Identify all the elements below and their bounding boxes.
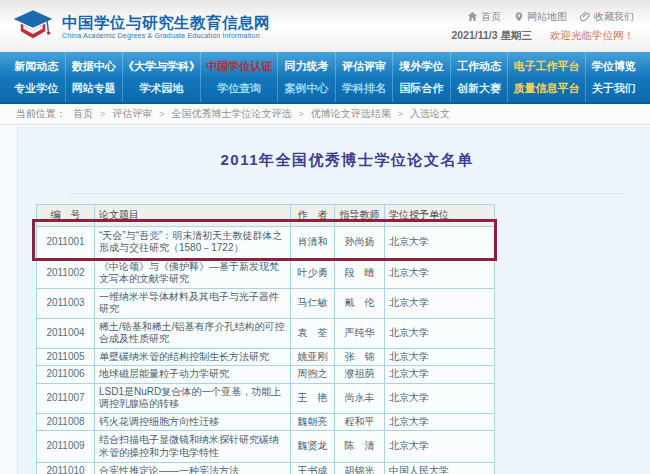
cell-title: 《中论颂》与《佛护释》—基于新发现梵文写本的文献学研究 — [95, 258, 291, 288]
col-header-advisor: 指导教师 — [335, 205, 385, 227]
breadcrumb: 当前位置： 首页 > 评估评审 > 全国优秀博士学位论文评选 > 优博论文评选结… — [0, 104, 650, 125]
cell-institution: 北京大学 — [385, 431, 495, 463]
cell-id: 2011002 — [37, 258, 95, 288]
cell-advisor: 孙尚扬 — [335, 226, 385, 258]
site-title: 中国学位与研究生教育信息网 — [62, 14, 270, 32]
breadcrumb-separator: > — [299, 109, 304, 119]
cell-title: 合宪性推定论——一种宪法方法 — [95, 463, 291, 474]
cell-author: 王 艳 — [291, 383, 335, 413]
top-link-label: 网站地图 — [527, 10, 567, 24]
cell-institution: 中国人民大学 — [385, 463, 495, 474]
graduation-cap-icon — [12, 8, 54, 44]
top-link-label: 收藏我们 — [594, 10, 634, 24]
nav-item-news[interactable]: 新闻动态 — [14, 59, 58, 74]
cell-author: 姚亚刚 — [291, 348, 335, 366]
nav-item-tongli-exam[interactable]: 同力统考 — [285, 59, 329, 74]
nav-group-overseas: 境外学位 国际合作 — [393, 52, 451, 102]
nav-item-data-center[interactable]: 数据中心 — [72, 59, 116, 74]
nav-item-degree-expo[interactable]: 学位博览 — [592, 59, 636, 74]
nav-item-about-us[interactable]: 关于我们 — [592, 81, 636, 96]
breadcrumb-outstanding-phd-thesis-selection[interactable]: 全国优秀博士学位论文评选 — [172, 107, 292, 121]
breadcrumb-separator: > — [100, 109, 105, 119]
cell-title: 单壁碳纳米管的结构控制生长方法研究 — [95, 348, 291, 366]
nav-item-evaluation-review[interactable]: 评估评审 — [342, 59, 386, 74]
cell-author: 魏贤龙 — [291, 431, 335, 463]
cell-advisor: 戴 伦 — [335, 288, 385, 318]
page: 中国学位与研究生教育信息网 China Academic Degrees & G… — [0, 0, 650, 474]
cell-advisor: 程和平 — [335, 413, 385, 431]
content-panel: 2011年全国优秀博士学位论文名单 编 号 论文题目 作 者 指导教师 学位 — [17, 127, 650, 474]
breadcrumb-label: 当前位置： — [16, 107, 66, 121]
breadcrumb-evaluation[interactable]: 评估评审 — [112, 107, 152, 121]
table-header-row: 编 号 论文题目 作 者 指导教师 学位授予单位 — [37, 205, 495, 227]
cell-title: 稀土/锆基和稀土/铝基有序介孔结构的可控合成及性质研究 — [95, 318, 291, 348]
cell-id: 2011004 — [37, 318, 95, 348]
breadcrumb-home[interactable]: 首页 — [73, 107, 93, 121]
cell-author: 肖清和 — [291, 226, 335, 258]
nav-item-case-center[interactable]: 案例中心 — [285, 81, 329, 96]
top-link-home[interactable]: 首页 — [467, 10, 501, 24]
cell-advisor: 胡锦光 — [335, 463, 385, 474]
nav-item-intl-cooperation[interactable]: 国际合作 — [400, 81, 444, 96]
nav-item-academic-garden[interactable]: 学术园地 — [140, 81, 184, 96]
home-icon — [467, 11, 478, 22]
welcome-text: 欢迎光临学位网！ — [550, 29, 634, 43]
cell-title: 钙火花调控细胞方向性迁移 — [95, 413, 291, 431]
cell-id: 2011007 — [37, 383, 95, 413]
breadcrumb-separator: > — [159, 109, 164, 119]
col-header-title: 论文题目 — [95, 205, 291, 227]
cell-institution: 北京大学 — [385, 383, 495, 413]
nav-item-e-work-platform[interactable]: 电子工作平台 — [513, 59, 579, 74]
cell-advisor: 段 晴 — [335, 258, 385, 288]
table-row: 2011003 一维纳米半导体材料及其电子与光子器件研究 马仁敏 戴 伦 北京大… — [37, 288, 495, 318]
top-link-sitemap[interactable]: 网站地图 — [514, 10, 567, 24]
cell-institution: 北京大学 — [385, 288, 495, 318]
nav-group-exam: 同力统考 案例中心 — [278, 52, 336, 102]
top-link-favorite[interactable]: 收藏我们 — [580, 10, 634, 24]
cell-advisor: 严纯华 — [335, 318, 385, 348]
map-pin-icon — [514, 11, 524, 22]
nav-item-innovation-contest[interactable]: 创新大赛 — [457, 81, 501, 96]
cell-title: 结合扫描电子显微镜和纳米探针研究碳纳米管的操控和力学电学特性 — [95, 431, 291, 463]
breadcrumb-selection-results[interactable]: 优博论文评选结果 — [311, 107, 391, 121]
cell-institution: 北京大学 — [385, 413, 495, 431]
nav-group-news: 新闻动态 专业学位 — [8, 52, 66, 102]
nav-group-work: 工作动态 创新大赛 — [451, 52, 509, 102]
top-link-label: 首页 — [481, 10, 501, 24]
table-row: 2011006 地球磁层能量粒子动力学研究 周煦之 濮祖荫 北京大学 — [37, 366, 495, 384]
nav-item-degree-authentication[interactable]: 中国学位认证 — [206, 59, 272, 74]
nav-item-professional-degree[interactable]: 专业学位 — [14, 81, 58, 96]
nav-item-degree-query[interactable]: 学位查询 — [217, 81, 261, 96]
cell-institution: 北京大学 — [385, 366, 495, 384]
nav-item-university-discipline-journal[interactable]: 《大学与学科》 — [123, 59, 200, 74]
cell-author: 周煦之 — [291, 366, 335, 384]
cell-author: 马仁敏 — [291, 288, 335, 318]
cell-title: “天会”与“吾党”：明末清初天主教徒群体之形成与交往研究（1580－1722） — [95, 226, 291, 258]
cell-id: 2011008 — [37, 413, 95, 431]
site-header: 中国学位与研究生教育信息网 China Academic Degrees & G… — [0, 0, 650, 52]
col-header-author: 作 者 — [291, 205, 335, 227]
cell-id: 2011005 — [37, 348, 95, 366]
nav-group-about: 学位博览 关于我们 — [586, 52, 643, 102]
table-row: 2011005 单壁碳纳米管的结构控制生长方法研究 姚亚刚 张 锦 北京大学 — [37, 348, 495, 366]
date-text: 2021/11/3 星期三 — [451, 29, 532, 43]
cell-author: 叶少勇 — [291, 258, 335, 288]
cell-advisor: 张 锦 — [335, 348, 385, 366]
table-row: 2011010 合宪性推定论——一种宪法方法 王书成 胡锦光 中国人民大学 — [37, 463, 495, 474]
table-row: 2011001 “天会”与“吾党”：明末清初天主教徒群体之形成与交往研究（158… — [37, 226, 495, 258]
cell-advisor: 陈 清 — [335, 431, 385, 463]
nav-item-site-topics[interactable]: 网站专题 — [72, 81, 116, 96]
nav-item-overseas-degree[interactable]: 境外学位 — [400, 59, 444, 74]
cell-id: 2011010 — [37, 463, 95, 474]
cell-title: LSD1是NuRD复合体的一个亚基，功能上调控乳腺癌的转移 — [95, 383, 291, 413]
nav-item-discipline-ranking[interactable]: 学科排名 — [342, 81, 386, 96]
nav-group-data: 数据中心 网站专题 — [66, 52, 124, 102]
page-title: 2011年全国优秀博士学位论文名单 — [220, 151, 473, 170]
cell-id: 2011003 — [37, 288, 95, 318]
nav-item-quality-info-platform[interactable]: 质量信息平台 — [513, 81, 579, 96]
site-subtitle: China Academic Degrees & Graduate Educat… — [62, 32, 270, 39]
top-links: 首页 网站地图 收藏我们 — [451, 10, 634, 24]
header-meta: 2021/11/3 星期三 欢迎光临学位网！ — [451, 29, 634, 43]
nav-item-work-news[interactable]: 工作动态 — [457, 59, 501, 74]
main-nav: 新闻动态 专业学位 数据中心 网站专题 《大学与学科》 学术园地 中国学位认证 … — [0, 52, 650, 104]
